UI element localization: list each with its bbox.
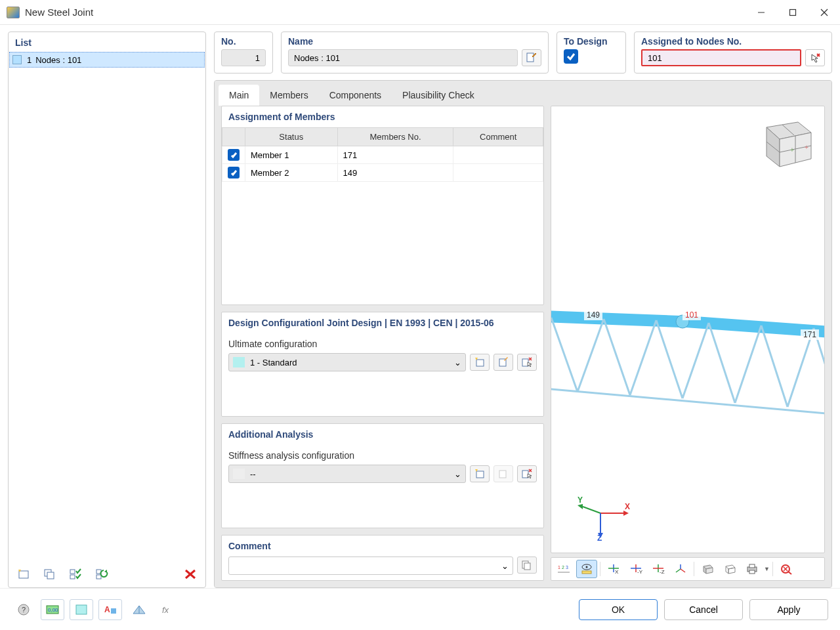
svg-line-50	[682, 323, 709, 398]
formula-button[interactable]: fx	[156, 599, 180, 620]
col-status: Status	[245, 128, 338, 146]
wireframe-button[interactable]	[719, 560, 740, 578]
svg-marker-89	[728, 568, 735, 574]
config-new-button[interactable]	[470, 354, 490, 371]
chevron-down-icon: ⌄	[454, 358, 461, 368]
reset-view-button[interactable]	[776, 560, 797, 578]
new-item-button[interactable]	[12, 564, 35, 584]
view-y-button[interactable]: -Y	[625, 560, 646, 578]
print-button[interactable]	[742, 560, 763, 578]
close-button[interactable]	[808, 0, 840, 25]
ok-button[interactable]: OK	[579, 599, 658, 620]
comment-header: Comment	[222, 536, 543, 556]
name-input[interactable]	[288, 49, 518, 66]
config-edit-button[interactable]	[494, 354, 513, 371]
row-checkbox[interactable]	[228, 149, 240, 161]
row-checkbox[interactable]	[228, 167, 240, 178]
no-input[interactable]	[221, 49, 266, 66]
col-comment: Comment	[453, 128, 543, 146]
tab-plausibility[interactable]: Plausibility Check	[392, 85, 485, 106]
edit-name-button[interactable]	[522, 49, 541, 66]
svg-line-52	[735, 326, 761, 403]
config-swatch-icon	[233, 357, 245, 368]
svg-text:X: X	[615, 569, 619, 575]
config-pick-button[interactable]	[517, 354, 537, 371]
svg-text:-Y: -Y	[637, 569, 642, 575]
to-design-checkbox[interactable]	[564, 49, 578, 64]
viewport-panel: + +	[551, 106, 825, 581]
analysis-new-button[interactable]	[470, 465, 490, 482]
apply-button[interactable]: Apply	[749, 599, 828, 620]
minimize-button[interactable]	[746, 0, 777, 25]
svg-text:1: 1	[558, 565, 560, 570]
view-settings-button[interactable]	[127, 599, 151, 620]
assigned-nodes-input[interactable]	[641, 49, 801, 66]
svg-text:Z: Z	[597, 534, 602, 541]
list-item[interactable]: 1 Nodes : 101	[9, 52, 205, 68]
window-title: New Steel Joint	[25, 7, 93, 18]
svg-rect-24	[476, 471, 484, 478]
svg-rect-4	[19, 571, 28, 578]
to-design-header: To Design	[564, 36, 619, 47]
show-numbers-button[interactable]: 123	[554, 560, 575, 578]
members-section: Assignment of Members Status Members No.…	[221, 106, 544, 305]
svg-marker-12	[104, 570, 107, 573]
design-config-section: Design Configurationl Joint Design | EN …	[221, 312, 544, 417]
nav-cube-icon[interactable]: + +	[753, 114, 816, 172]
svg-marker-57	[623, 511, 629, 516]
tab-strip: Main Members Components Plausibility Che…	[215, 81, 831, 106]
table-row[interactable]: Member 1 171	[222, 146, 543, 164]
comment-library-button[interactable]	[517, 556, 537, 574]
model-viewport[interactable]: + +	[551, 106, 825, 553]
svg-point-70	[586, 566, 588, 568]
text-settings-button[interactable]: A	[98, 599, 122, 620]
svg-text:A: A	[104, 605, 110, 614]
svg-line-82	[676, 569, 681, 572]
svg-text:+: +	[805, 144, 808, 151]
svg-line-55	[814, 328, 825, 411]
maximize-button[interactable]	[777, 0, 808, 25]
cancel-button[interactable]: Cancel	[664, 599, 743, 620]
svg-text:+: +	[790, 146, 794, 154]
comment-input[interactable]: ⌄	[228, 556, 513, 575]
view-iso-button[interactable]	[670, 560, 691, 578]
help-button[interactable]: ?	[12, 599, 35, 620]
view-x-button[interactable]: X	[603, 560, 624, 578]
svg-rect-71	[582, 571, 591, 574]
tab-components[interactable]: Components	[319, 85, 392, 106]
svg-line-94	[788, 572, 791, 574]
axis-triad-icon: X Y Z	[578, 495, 630, 541]
truss-model-icon	[551, 303, 825, 448]
name-header: Name	[288, 36, 541, 47]
view-z-button[interactable]: -Z	[648, 560, 669, 578]
show-dimensions-button[interactable]	[576, 560, 597, 578]
table-row[interactable]: Member 2 149	[222, 164, 543, 182]
svg-rect-7	[47, 572, 54, 579]
comment-section: Comment ⌄	[221, 535, 544, 581]
copy-item-button[interactable]	[39, 564, 61, 584]
units-button[interactable]: 0,00	[41, 599, 64, 620]
pick-nodes-button[interactable]	[805, 49, 825, 66]
app-icon	[7, 7, 20, 18]
check-all-button[interactable]	[65, 564, 87, 584]
chevron-down-icon: ⌄	[454, 469, 461, 479]
no-panel: No.	[214, 32, 273, 74]
stiffness-select[interactable]: -- ⌄	[228, 465, 466, 483]
svg-text:0,00: 0,00	[48, 607, 58, 613]
color-button[interactable]	[70, 599, 93, 620]
display-mode-button[interactable]	[697, 560, 718, 578]
stiffness-swatch-icon	[233, 469, 245, 479]
delete-item-button[interactable]	[179, 564, 201, 584]
ultimate-config-select[interactable]: 1 - Standard ⌄	[228, 353, 466, 371]
dialog-footer: ? 0,00 A fx OK Cancel Apply	[0, 588, 840, 630]
svg-line-51	[709, 323, 735, 403]
analysis-pick-button[interactable]	[517, 465, 537, 482]
tab-members[interactable]: Members	[259, 85, 318, 106]
svg-rect-31	[524, 563, 530, 570]
stiffness-label: Stiffness analysis configuration	[228, 450, 537, 461]
svg-text:X: X	[625, 502, 630, 511]
tab-main[interactable]: Main	[219, 85, 259, 106]
refresh-check-button[interactable]	[91, 564, 114, 584]
list-area[interactable]: 1 Nodes : 101	[9, 52, 205, 561]
analysis-header: Additional Analysis	[222, 424, 543, 445]
